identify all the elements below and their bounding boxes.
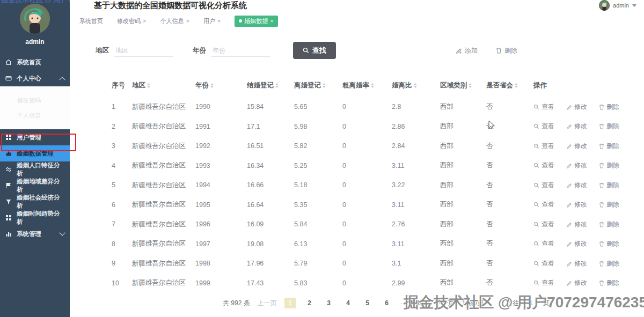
edit-link[interactable]: 修改	[566, 161, 587, 170]
edit-link[interactable]: 修改	[566, 259, 587, 268]
action-label: 修改	[574, 181, 587, 190]
action-label: 删除	[606, 259, 619, 268]
view-link[interactable]: 查看	[533, 239, 554, 248]
sort-icon[interactable]	[210, 83, 214, 88]
edit-link[interactable]: 修改	[566, 102, 587, 112]
prev-page-button[interactable]: 上一页	[258, 299, 277, 308]
delete-link[interactable]: 删除	[599, 200, 619, 209]
delete-link[interactable]: 删除	[599, 161, 619, 170]
main-content: 基于大数据的全国婚姻数据可视化分析系统 admin 系统首页	[70, 0, 644, 317]
edit-link[interactable]: 修改	[566, 122, 587, 131]
sort-icon[interactable]	[147, 83, 150, 88]
view-link[interactable]: 查看	[533, 278, 554, 287]
grid-icon	[5, 215, 12, 221]
view-link[interactable]: 查看	[533, 122, 554, 131]
tab-users[interactable]: 用户 ×	[203, 17, 221, 25]
sort-icon[interactable]	[414, 83, 417, 88]
page-size-select[interactable]: 10条/页	[462, 299, 484, 308]
goto-label: 前往	[506, 299, 519, 308]
sidebar-item-personal-center[interactable]: 个人中心	[0, 70, 70, 86]
view-link[interactable]: 查看	[533, 161, 554, 170]
bar-chart-icon	[5, 231, 12, 237]
page-number[interactable]: 3	[323, 299, 335, 307]
close-icon[interactable]: ×	[186, 18, 189, 24]
close-icon[interactable]: ×	[217, 18, 221, 24]
delete-link[interactable]: 删除	[599, 259, 619, 268]
view-link[interactable]: 查看	[533, 102, 554, 112]
next-page-button[interactable]: 下一页	[435, 299, 455, 308]
sort-icon[interactable]	[323, 83, 326, 88]
sidebar-item-regional-analysis[interactable]: 婚姻地域差异分析	[0, 178, 70, 194]
table-header-row: 序号 地区 年份 结婚登记 离婚登记 粗离婚率 婚离比 区域类别 是否省会 操作	[112, 73, 619, 97]
pencil-icon	[566, 104, 572, 110]
sort-icon[interactable]	[371, 83, 374, 88]
sort-icon[interactable]	[469, 83, 472, 88]
table-row: 3 新疆维吾尔自治区 1992 16.51 5.82 0 2.84 西部 否 查…	[112, 136, 619, 156]
page-number[interactable]: 100	[416, 299, 428, 307]
action-label: 删除	[606, 161, 619, 170]
action-label: 查看	[541, 278, 554, 287]
delete-link[interactable]: 删除	[599, 220, 619, 229]
tab-personal-info[interactable]: 个人信息 ×	[160, 17, 189, 25]
view-link[interactable]: 查看	[533, 181, 554, 190]
page-number[interactable]: 1	[284, 298, 296, 308]
table-row: 4 新疆维吾尔自治区 1993 16.34 5.25 0 3.11 西部 否 查…	[112, 156, 619, 176]
year-input[interactable]	[211, 45, 270, 57]
add-button[interactable]: 添加	[456, 46, 478, 55]
page-number[interactable]: 5	[362, 299, 374, 307]
sidebar-item-user-management[interactable]: 用户管理	[0, 129, 70, 145]
delete-link[interactable]: 删除	[599, 102, 619, 112]
delete-link[interactable]: 删除	[599, 278, 619, 287]
sort-icon[interactable]	[515, 83, 518, 88]
view-link[interactable]: 查看	[533, 259, 554, 268]
search-button[interactable]: 查找	[293, 42, 336, 59]
tab-label: 个人信息	[160, 17, 184, 25]
tab-home[interactable]: 系统首页	[79, 17, 103, 25]
table-row: 7 新疆维吾尔自治区 1996 16.09 5.84 0 2.76 西部 否 查…	[112, 215, 619, 234]
delete-link[interactable]: 删除	[599, 181, 619, 190]
action-label: 修改	[574, 142, 587, 151]
edit-link[interactable]: 修改	[566, 220, 587, 229]
col-capital: 是否省会	[486, 81, 533, 90]
view-link[interactable]: 查看	[533, 142, 554, 151]
delete-link[interactable]: 删除	[599, 122, 619, 131]
goto-page-input[interactable]: 1	[523, 298, 538, 308]
magnifier-icon	[533, 241, 539, 247]
sidebar-item-population-analysis[interactable]: 婚姻人口特征分析	[0, 161, 70, 178]
trash-icon	[599, 280, 604, 286]
edit-link[interactable]: 修改	[566, 200, 587, 209]
sidebar-subitem-personal-info[interactable]: 个人信息	[0, 108, 70, 123]
page-number[interactable]: 4	[342, 299, 354, 307]
sidebar-subitem-change-password[interactable]: 修改密码	[0, 93, 70, 108]
sidebar-item-marriage-data-management[interactable]: 婚姻数据管理	[0, 145, 70, 161]
edit-link[interactable]: 修改	[566, 181, 587, 190]
ellipsis-icon[interactable]: ···	[400, 299, 408, 307]
sidebar-item-label: 系统管理	[17, 230, 41, 238]
magnifier-icon	[533, 280, 539, 286]
close-icon[interactable]: ×	[270, 18, 273, 24]
sidebar-item-socioeconomic-analysis[interactable]: 婚姻社会经济分析	[0, 194, 70, 210]
view-link[interactable]: 查看	[533, 220, 554, 229]
sort-icon[interactable]	[275, 83, 279, 88]
edit-link[interactable]: 修改	[566, 142, 587, 151]
edit-link[interactable]: 修改	[566, 278, 587, 287]
sidebar-item-home[interactable]: 系统首页	[0, 54, 70, 70]
view-link[interactable]: 查看	[533, 200, 554, 209]
delete-link[interactable]: 删除	[599, 239, 619, 248]
close-icon[interactable]: ×	[143, 18, 146, 24]
watermark-top: 掘金技术社区 @ 用户707297476235	[1, 0, 70, 5]
page-number[interactable]: 2	[304, 299, 316, 307]
region-input[interactable]	[114, 45, 173, 57]
page-number[interactable]: 6	[381, 299, 393, 307]
edit-link[interactable]: 修改	[566, 239, 587, 248]
action-label: 修改	[574, 161, 587, 170]
tab-marriage-data[interactable]: 婚姻数据 ×	[235, 16, 277, 27]
user-name: admin	[613, 2, 629, 9]
sliders-icon	[5, 166, 12, 173]
sidebar-item-time-trend-analysis[interactable]: 婚姻时间趋势分析	[0, 210, 70, 226]
delete-button[interactable]: 删除	[496, 46, 517, 55]
sidebar-item-system-management[interactable]: 系统管理	[0, 226, 70, 242]
delete-link[interactable]: 删除	[599, 142, 619, 151]
user-dropdown[interactable]: admin	[599, 0, 636, 11]
tab-change-password[interactable]: 修改密码 ×	[117, 17, 146, 25]
